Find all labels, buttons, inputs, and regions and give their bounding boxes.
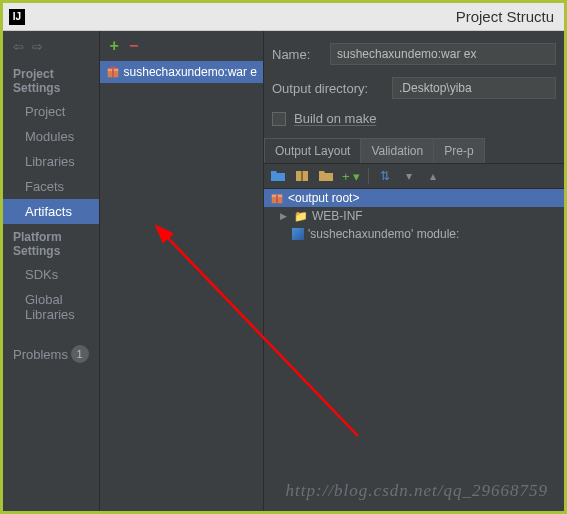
svg-rect-4 [301,171,303,181]
window-title: Project Structu [33,8,558,25]
tree-webinf-label: WEB-INF [312,209,363,223]
tab-pre-processing[interactable]: Pre-p [433,138,484,163]
add-artifact-icon[interactable]: + [110,37,119,55]
folder-icon: 📁 [294,210,308,223]
svg-rect-7 [276,195,278,204]
artifact-icon [270,191,284,205]
platform-settings-heading: Platform Settings [3,224,99,262]
sidebar-item-sdks[interactable]: SDKs [3,262,99,287]
title-bar: IJ Project Structu [3,3,564,31]
expand-arrow-icon[interactable]: ▶ [280,211,290,221]
artifact-item-label: sushechaxundemo:war e [124,65,257,79]
sidebar-item-artifacts[interactable]: Artifacts [3,199,99,224]
artifact-detail-panel: Name: Output directory: Build on make Ou… [264,31,564,511]
module-icon [292,228,304,240]
output-dir-label: Output directory: [272,81,382,96]
sidebar-item-modules[interactable]: Modules [3,124,99,149]
artifacts-list-panel: + − sushechaxundemo:war e [100,31,264,511]
output-dir-input[interactable] [392,77,556,99]
sidebar-item-problems[interactable]: Problems 1 [3,339,99,369]
archive-icon[interactable] [294,168,310,184]
sidebar: ⇦ ⇨ Project Settings Project Modules Lib… [3,31,100,511]
build-on-make-checkbox[interactable] [272,112,286,126]
output-tree: <output root> ▶ 📁 WEB-INF 'sushechaxunde… [264,189,564,243]
tree-webinf[interactable]: ▶ 📁 WEB-INF [264,207,564,225]
problems-count-badge: 1 [71,345,89,363]
folder-icon[interactable] [270,168,286,184]
artifacts-toolbar: + − [100,31,263,61]
artifact-icon [106,65,120,79]
tree-module[interactable]: 'sushechaxundemo' module: [264,225,564,243]
detail-tabs: Output Layout Validation Pre-p [264,138,564,164]
layout-toolbar: + ▾ ⇅ ▾ ▴ [264,164,564,189]
sidebar-item-global-libraries[interactable]: Global Libraries [3,287,99,327]
problems-label: Problems [13,347,68,362]
tree-root[interactable]: <output root> [264,189,564,207]
sidebar-toolbar: ⇦ ⇨ [3,31,99,61]
tree-module-label: 'sushechaxundemo' module: [308,227,459,241]
tab-output-layout[interactable]: Output Layout [264,138,361,163]
tab-validation[interactable]: Validation [360,138,434,163]
artifact-list-item[interactable]: sushechaxundemo:war e [100,61,263,83]
project-settings-heading: Project Settings [3,61,99,99]
svg-rect-2 [112,69,114,78]
name-input[interactable] [330,43,556,65]
sidebar-item-facets[interactable]: Facets [3,174,99,199]
name-label: Name: [272,47,320,62]
tree-root-label: <output root> [288,191,359,205]
sidebar-item-libraries[interactable]: Libraries [3,149,99,174]
expand-icon[interactable]: ▾ [401,168,417,184]
back-icon[interactable]: ⇦ [13,39,24,54]
sort-icon[interactable]: ⇅ [377,168,393,184]
collapse-icon[interactable]: ▴ [425,168,441,184]
sidebar-item-project[interactable]: Project [3,99,99,124]
toolbar-sep [368,168,369,184]
remove-artifact-icon[interactable]: − [129,37,138,55]
add-content-icon[interactable]: + ▾ [342,169,360,184]
build-on-make-label: Build on make [294,111,376,126]
directory-icon[interactable] [318,168,334,184]
forward-icon[interactable]: ⇨ [32,39,43,54]
app-icon: IJ [9,9,25,25]
